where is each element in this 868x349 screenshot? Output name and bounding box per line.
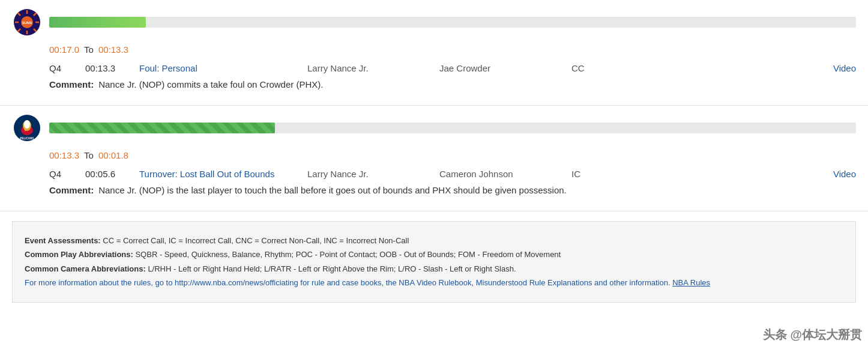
comment-text-1: Nance Jr. (NOP) commits a take foul on C… — [98, 79, 323, 90]
time-to-2: 00:01.8 — [98, 150, 128, 160]
time-from-1: 00:17.0 — [49, 44, 79, 55]
play-row-2: Q4 00:05.6 Turnover: Lost Ball Out of Bo… — [12, 165, 856, 181]
footer-more-info: For more information about the rules, go… — [25, 276, 843, 290]
svg-text:PELICANS: PELICANS — [20, 137, 34, 140]
play-time-1: 00:13.3 — [85, 63, 139, 73]
progress-bar-1 — [49, 17, 146, 28]
call-1: CC — [571, 63, 619, 73]
quarter-1: Q4 — [49, 63, 85, 73]
to-label-1: To — [84, 44, 94, 55]
abbreviations-label: Common Play Abbreviations: — [25, 250, 133, 259]
svg-text:SUNS: SUNS — [22, 21, 32, 25]
comment-label-1: Comment: — [49, 79, 94, 90]
play-time-2: 00:05.6 — [85, 169, 139, 179]
event-row-1: SUNS 00:17.0 To 00:13.3 Q4 00:13.3 Foul:… — [0, 0, 868, 106]
footer-assessments: Event Assessments: CC = Correct Call, IC… — [25, 234, 843, 247]
footer-abbreviations: Common Play Abbreviations: SQBR - Speed,… — [25, 247, 843, 261]
more-info-text: For more information about the rules, go… — [25, 278, 671, 287]
player2-2: Cameron Johnson — [439, 169, 571, 179]
player1-1: Larry Nance Jr. — [307, 63, 439, 73]
assessments-text: CC = Correct Call, IC = Incorrect Call, … — [101, 236, 409, 245]
event-row-2: PELICANS 00:13.3 To 00:01.8 Q4 00:05.6 T… — [0, 106, 868, 211]
assessments-label: Event Assessments: — [25, 236, 101, 245]
play-type-1: Foul: Personal — [139, 63, 307, 73]
comment-label-2: Comment: — [49, 185, 94, 195]
progress-row-1: SUNS — [12, 0, 856, 42]
comment-text-2: Nance Jr. (NOP) is the last player to to… — [98, 185, 567, 195]
svg-point-14 — [24, 120, 30, 129]
call-2: IC — [571, 169, 619, 179]
camera-text: L/RHH - Left or Right Hand Held; L/RATR … — [146, 264, 516, 273]
progress-bar-container-1 — [49, 17, 856, 28]
footer-box: Event Assessments: CC = Correct Call, IC… — [12, 221, 856, 303]
nba-rules-link[interactable]: NBA Rules — [672, 278, 710, 287]
video-link-2[interactable]: Video — [619, 169, 856, 179]
play-type-2: Turnover: Lost Ball Out of Bounds — [139, 169, 307, 179]
footer-camera: Common Camera Abbreviations: L/RHH - Lef… — [25, 262, 843, 276]
progress-bar-2 — [49, 123, 275, 133]
abbreviations-text: SQBR - Speed, Quickness, Balance, Rhythm… — [133, 250, 561, 259]
suns-logo: SUNS — [12, 7, 42, 37]
player1-2: Larry Nance Jr. — [307, 169, 439, 179]
time-to-1: 00:13.3 — [98, 44, 128, 55]
comment-row-1: Comment: Nance Jr. (NOP) commits a take … — [12, 76, 856, 96]
time-row-1: 00:17.0 To 00:13.3 — [12, 42, 856, 59]
pelicans-logo: PELICANS — [12, 113, 42, 143]
progress-bar-container-2 — [49, 123, 856, 133]
play-row-1: Q4 00:13.3 Foul: Personal Larry Nance Jr… — [12, 59, 856, 76]
to-label-2: To — [84, 150, 94, 160]
time-row-2: 00:13.3 To 00:01.8 — [12, 148, 856, 165]
camera-label: Common Camera Abbreviations: — [25, 264, 146, 273]
progress-row-2: PELICANS — [12, 106, 856, 148]
player2-1: Jae Crowder — [439, 63, 571, 73]
quarter-2: Q4 — [49, 169, 85, 179]
comment-row-2: Comment: Nance Jr. (NOP) is the last pla… — [12, 181, 856, 201]
time-from-2: 00:13.3 — [49, 150, 79, 160]
video-link-1[interactable]: Video — [619, 63, 856, 73]
